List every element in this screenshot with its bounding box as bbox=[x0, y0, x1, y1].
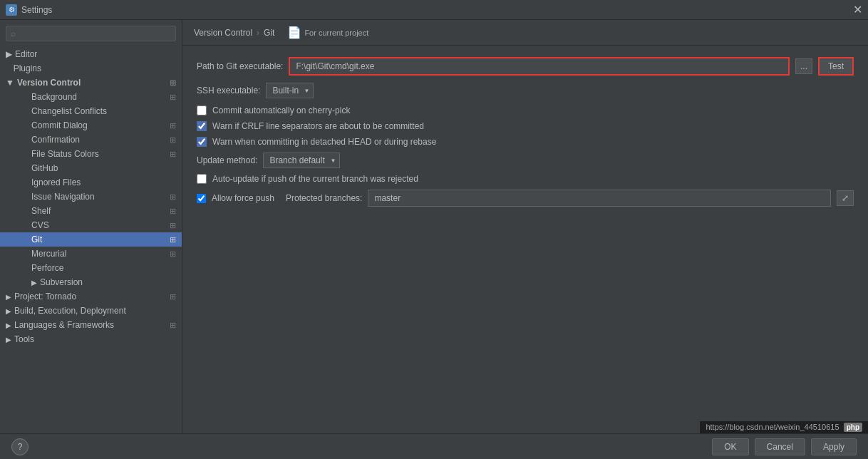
sidebar-item-label: Subversion bbox=[40, 277, 83, 287]
main-layout: ▶ Editor Plugins ▼ Version Control ⊞ Bac… bbox=[0, 20, 868, 433]
sidebar-item-label: Background bbox=[31, 92, 77, 102]
force-push-checkbox[interactable] bbox=[197, 194, 206, 203]
autoupdate-checkbox[interactable] bbox=[197, 174, 207, 184]
sidebar-item-changelist-conflicts[interactable]: Changelist Conflicts bbox=[0, 104, 182, 118]
apply-button[interactable]: Apply bbox=[811, 438, 857, 455]
expand-button[interactable]: ⤢ bbox=[837, 190, 854, 206]
sidebar-item-github[interactable]: GitHub bbox=[0, 161, 182, 175]
sidebar-item-languages-frameworks[interactable]: ▶ Languages & Frameworks ⊞ bbox=[0, 318, 182, 332]
sidebar-item-issue-navigation[interactable]: Issue Navigation ⊞ bbox=[0, 190, 182, 204]
copy-icon: ⊞ bbox=[170, 321, 176, 330]
sidebar-item-background[interactable]: Background ⊞ bbox=[0, 90, 182, 104]
subversion-arrow: ▶ bbox=[31, 279, 37, 287]
crlf-checkbox[interactable] bbox=[197, 121, 207, 131]
watermark: https://blog.csdn.net/weixin_44510615 ph… bbox=[700, 421, 868, 433]
sidebar-item-project-tornado[interactable]: ▶ Project: Tornado ⊞ bbox=[0, 289, 182, 304]
sidebar-item-git[interactable]: Git ⊞ bbox=[0, 232, 182, 247]
search-input[interactable] bbox=[6, 26, 176, 41]
sidebar-item-commit-dialog[interactable]: Commit Dialog ⊞ bbox=[0, 118, 182, 133]
sidebar-item-label: Perforce bbox=[31, 263, 63, 273]
sidebar-item-label: Issue Navigation bbox=[31, 192, 95, 202]
cherry-pick-label: Commit automatically on cherry-pick bbox=[212, 105, 350, 115]
sidebar-item-perforce[interactable]: Perforce bbox=[0, 261, 182, 275]
sidebar-item-subversion[interactable]: ▶ Subversion bbox=[0, 275, 182, 289]
sidebar-item-build-execution[interactable]: ▶ Build, Execution, Deployment bbox=[0, 304, 182, 318]
sidebar-item-label: CVS bbox=[31, 220, 49, 230]
copy-icon: ⊞ bbox=[170, 192, 176, 202]
autoupdate-label: Auto-update if push of the current branc… bbox=[212, 174, 418, 184]
sidebar-item-mercurial[interactable]: Mercurial ⊞ bbox=[0, 247, 182, 261]
build-arrow: ▶ bbox=[0, 307, 11, 315]
detached-row: Warn when committing in detached HEAD or… bbox=[197, 137, 854, 147]
ssh-row: SSH executable: Built-in Native bbox=[197, 83, 854, 98]
update-method-select-wrapper: Branch default Merge Rebase bbox=[263, 153, 340, 168]
sidebar-item-label: Shelf bbox=[31, 206, 51, 216]
detached-label: Warn when committing in detached HEAD or… bbox=[212, 137, 436, 147]
protected-branches-label: Protected branches: bbox=[286, 193, 362, 203]
sidebar-item-label: Build, Execution, Deployment bbox=[14, 306, 126, 316]
git-path-input[interactable] bbox=[289, 57, 790, 76]
test-button[interactable]: Test bbox=[818, 57, 854, 76]
title-bar: ⚙ Settings ✕ bbox=[0, 0, 868, 20]
copy-icon: ⊞ bbox=[170, 235, 176, 244]
app-icon: ⚙ bbox=[6, 4, 17, 16]
copy-icon: ⊞ bbox=[170, 78, 176, 88]
ok-button[interactable]: OK bbox=[712, 438, 748, 455]
copy-icon: ⊞ bbox=[170, 135, 176, 145]
sidebar-item-cvs[interactable]: CVS ⊞ bbox=[0, 218, 182, 232]
autoupdate-row: Auto-update if push of the current branc… bbox=[197, 174, 854, 184]
detached-checkbox[interactable] bbox=[197, 137, 207, 147]
sidebar-item-label: Ignored Files bbox=[31, 177, 81, 187]
sidebar-item-file-status-colors[interactable]: File Status Colors ⊞ bbox=[0, 147, 182, 161]
copy-icon: ⊞ bbox=[170, 221, 176, 230]
cancel-button[interactable]: Cancel bbox=[755, 438, 805, 455]
sidebar-item-version-control[interactable]: ▼ Version Control ⊞ bbox=[0, 76, 182, 90]
ssh-select-wrapper: Built-in Native bbox=[266, 83, 314, 98]
sidebar-item-label: Editor bbox=[15, 49, 37, 59]
sidebar-item-label: Version Control bbox=[17, 78, 81, 88]
force-push-row: Allow force push Protected branches: ⤢ bbox=[197, 190, 854, 207]
close-button[interactable]: ✕ bbox=[853, 4, 862, 16]
sidebar-item-label: Mercurial bbox=[31, 249, 66, 259]
ellipsis-button[interactable]: ... bbox=[795, 58, 812, 74]
settings-form: Path to Git executable: ... Test SSH exe… bbox=[182, 46, 868, 224]
sidebar-item-plugins[interactable]: Plugins bbox=[0, 61, 182, 76]
plugins-spacer bbox=[0, 63, 11, 73]
copy-icon: ⊞ bbox=[170, 121, 176, 130]
crlf-row: Warn if CRLF line separators are about t… bbox=[197, 121, 854, 131]
ssh-select[interactable]: Built-in Native bbox=[266, 83, 314, 98]
sidebar-item-confirmation[interactable]: Confirmation ⊞ bbox=[0, 133, 182, 147]
sidebar-item-shelf[interactable]: Shelf ⊞ bbox=[0, 204, 182, 218]
copy-icon: ⊞ bbox=[170, 249, 176, 259]
sidebar-item-label: Plugins bbox=[14, 63, 41, 73]
editor-arrow: ▶ bbox=[0, 49, 12, 59]
sidebar-item-label: Tools bbox=[14, 334, 34, 344]
sidebar-item-label: Git bbox=[31, 234, 42, 244]
sidebar: ▶ Editor Plugins ▼ Version Control ⊞ Bac… bbox=[0, 20, 182, 433]
protected-branches-input[interactable] bbox=[368, 190, 831, 207]
sidebar-item-label: GitHub bbox=[31, 163, 58, 173]
update-method-select[interactable]: Branch default Merge Rebase bbox=[263, 153, 340, 168]
copy-icon: ⊞ bbox=[170, 292, 176, 301]
copy-icon: ⊞ bbox=[170, 207, 176, 216]
lang-arrow: ▶ bbox=[0, 321, 11, 329]
sidebar-item-label: Confirmation bbox=[31, 135, 80, 145]
force-push-label: Allow force push bbox=[212, 193, 274, 203]
watermark-url: https://blog.csdn.net/weixin_44510615 bbox=[706, 423, 839, 431]
path-label: Path to Git executable: bbox=[197, 61, 283, 71]
breadcrumb-separator: › bbox=[257, 28, 259, 38]
help-button[interactable]: ? bbox=[11, 438, 29, 455]
for-project-indicator: 📄 For current project bbox=[287, 26, 368, 39]
sidebar-item-label: Commit Dialog bbox=[31, 120, 88, 130]
sidebar-item-editor[interactable]: ▶ Editor bbox=[0, 47, 182, 61]
for-project-label: For current project bbox=[304, 29, 368, 37]
ssh-label: SSH executable: bbox=[197, 86, 260, 96]
project-arrow: ▶ bbox=[0, 293, 11, 301]
sidebar-item-ignored-files[interactable]: Ignored Files bbox=[0, 175, 182, 190]
cherry-pick-row: Commit automatically on cherry-pick bbox=[197, 105, 854, 115]
cherry-pick-checkbox[interactable] bbox=[197, 105, 207, 115]
search-container bbox=[0, 23, 182, 44]
copy-icon: ⊞ bbox=[170, 150, 176, 159]
copy-icon: ⊞ bbox=[170, 93, 176, 102]
sidebar-item-tools[interactable]: ▶ Tools bbox=[0, 332, 182, 346]
